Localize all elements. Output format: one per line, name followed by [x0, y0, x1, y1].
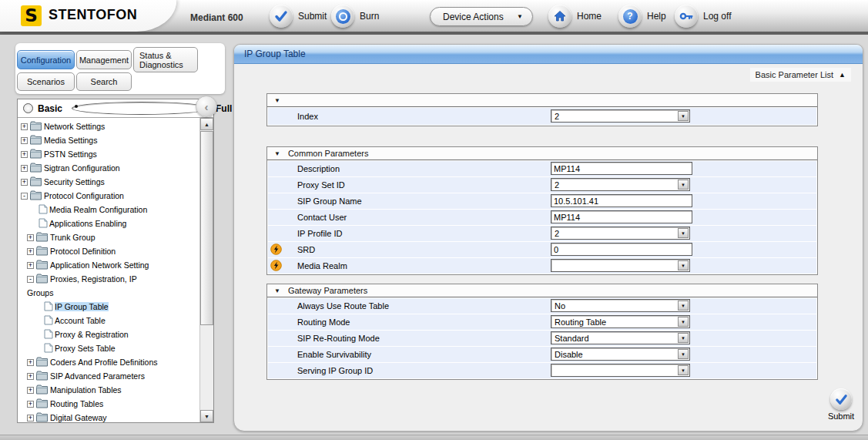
- home-button[interactable]: Home: [548, 5, 602, 28]
- document-icon: [44, 343, 53, 353]
- logo-plate: S STENTOFON: [0, 0, 176, 32]
- submit-button[interactable]: Submit: [270, 5, 327, 28]
- tree-item[interactable]: +Coders And Profile Definitions: [18, 355, 200, 369]
- expand-plus-icon[interactable]: +: [27, 248, 34, 255]
- chevron-down-icon: ▼: [517, 13, 523, 20]
- tab-status-diagnostics[interactable]: Status & Diagnostics: [133, 47, 198, 72]
- tree-item-label: Digital Gateway: [50, 413, 107, 422]
- expand-plus-icon[interactable]: +: [27, 415, 34, 422]
- section-header[interactable]: ▼: [267, 94, 817, 107]
- expand-plus-icon[interactable]: +: [27, 387, 34, 394]
- tree-item[interactable]: +Sigtran Configuration: [18, 161, 200, 175]
- full-radio[interactable]: [72, 102, 211, 115]
- tree-item[interactable]: +Protocol Definition: [18, 244, 200, 258]
- tab-search[interactable]: Search: [76, 72, 132, 91]
- index-select[interactable]: 2▼: [551, 109, 690, 123]
- srd-input[interactable]: [551, 243, 692, 256]
- device-actions-dropdown[interactable]: Device Actions ▼: [430, 7, 533, 26]
- screen: S STENTOFON Mediant 600 Submit Burn Devi…: [0, 0, 868, 440]
- expand-plus-icon[interactable]: +: [21, 179, 28, 186]
- form-submit-button[interactable]: Submit: [816, 388, 863, 421]
- logoff-button[interactable]: Log off: [675, 5, 731, 28]
- tree-item[interactable]: +Routing Tables: [18, 397, 200, 411]
- tab-configuration[interactable]: Configuration: [17, 50, 75, 69]
- select-value: 2: [555, 229, 559, 238]
- scroll-down-icon[interactable]: ▼: [200, 410, 213, 422]
- tree-item[interactable]: +PSTN Settings: [18, 147, 200, 161]
- expand-plus-icon[interactable]: +: [27, 373, 34, 380]
- tree-item[interactable]: Proxy & Registration: [18, 327, 200, 341]
- basic-radio[interactable]: [23, 103, 33, 113]
- tree-item[interactable]: Account Table: [18, 314, 200, 327]
- contact-user-input[interactable]: [551, 210, 692, 223]
- tree-item[interactable]: +Digital Gateway: [18, 411, 200, 422]
- tree-item[interactable]: +Media Settings: [18, 133, 200, 147]
- lightning-icon: [270, 260, 282, 271]
- collapse-pane-button[interactable]: ‹: [196, 96, 217, 117]
- help-button[interactable]: ? Help: [618, 5, 666, 28]
- collapse-minus-icon[interactable]: -: [21, 193, 28, 200]
- dropdown-arrow-icon[interactable]: ▼: [678, 301, 689, 311]
- ip-profile-id-select[interactable]: 2▼: [551, 227, 690, 240]
- tree-item-label: Applications Enabling: [49, 219, 126, 228]
- dropdown-arrow-icon[interactable]: ▼: [678, 349, 689, 359]
- expand-plus-icon[interactable]: +: [21, 123, 28, 130]
- proxy-set-id-select[interactable]: 2▼: [551, 178, 690, 191]
- dropdown-arrow-icon[interactable]: ▼: [678, 365, 689, 375]
- expand-plus-icon[interactable]: +: [21, 151, 28, 158]
- tree-item[interactable]: Media Realm Configuration: [18, 203, 200, 217]
- tree-item[interactable]: +Network Settings: [18, 119, 200, 133]
- tree-item[interactable]: +Security Settings: [18, 175, 200, 189]
- tree-item[interactable]: +Manipulation Tables: [18, 383, 200, 397]
- tree-item[interactable]: +Application Network Setting: [18, 258, 200, 272]
- form-sections: ▼Index2▼▼Common ParametersDescriptionPro…: [266, 93, 818, 400]
- folder-icon: [35, 412, 49, 422]
- always-use-route-table-select[interactable]: No▼: [551, 299, 690, 312]
- expand-plus-icon[interactable]: +: [21, 137, 28, 144]
- section-header[interactable]: ▼Gateway Parameters: [267, 284, 817, 297]
- dropdown-arrow-icon[interactable]: ▼: [678, 228, 689, 238]
- help-question-icon: ?: [618, 5, 642, 28]
- burn-disc-icon: [331, 5, 354, 28]
- dropdown-arrow-icon[interactable]: ▼: [678, 317, 689, 327]
- section-title: Gateway Parameters: [288, 286, 367, 295]
- form-row: SIP Group Name: [268, 193, 816, 209]
- scroll-up-icon[interactable]: ▲: [200, 118, 213, 130]
- expand-plus-icon[interactable]: +: [27, 401, 34, 408]
- expand-plus-icon[interactable]: +: [27, 359, 34, 366]
- serving-ip-group-id-select[interactable]: ▼: [551, 364, 690, 377]
- tree-item[interactable]: +Trunk Group: [18, 230, 200, 244]
- dropdown-arrow-icon[interactable]: ▼: [678, 333, 689, 343]
- burn-button[interactable]: Burn: [331, 5, 379, 28]
- tree-item[interactable]: Applications Enabling: [18, 217, 200, 230]
- description-input[interactable]: [551, 162, 692, 175]
- form-section: ▼Common ParametersDescriptionProxy Set I…: [266, 146, 818, 275]
- sip-re-routing-mode-select[interactable]: Standard▼: [551, 331, 690, 344]
- collapse-minus-icon[interactable]: -: [27, 276, 34, 283]
- tab-scenarios[interactable]: Scenarios: [17, 72, 75, 91]
- tree-item[interactable]: +SIP Advanced Parameters: [18, 369, 200, 383]
- folder-icon: [29, 176, 42, 186]
- media-realm-select[interactable]: ▼: [551, 259, 690, 272]
- dropdown-arrow-icon[interactable]: ▼: [678, 111, 689, 121]
- tab-management[interactable]: Management: [76, 50, 132, 69]
- tree-scrollbar[interactable]: ▲ ▼: [199, 118, 213, 422]
- dropdown-arrow-icon[interactable]: ▼: [678, 260, 689, 270]
- routing-mode-select[interactable]: Routing Table▼: [551, 315, 690, 328]
- folder-icon: [29, 163, 42, 173]
- section-header[interactable]: ▼Common Parameters: [267, 147, 817, 160]
- basic-parameter-list-toggle[interactable]: Basic Parameter List ▲: [750, 68, 851, 82]
- tree-item[interactable]: IP Group Table: [18, 300, 200, 314]
- expand-plus-icon[interactable]: +: [21, 165, 28, 172]
- sip-group-name-input[interactable]: [551, 194, 692, 207]
- tree-item[interactable]: -Proxies, Registration, IP Groups: [18, 272, 200, 300]
- nav-tree: +Network Settings+Media Settings+PSTN Se…: [18, 118, 200, 422]
- tree-item[interactable]: -Protocol Configuration: [18, 189, 200, 203]
- expand-plus-icon[interactable]: +: [27, 234, 34, 241]
- expand-plus-icon[interactable]: +: [27, 262, 34, 269]
- folder-icon: [35, 398, 49, 408]
- tree-item[interactable]: Proxy Sets Table: [18, 341, 200, 355]
- dropdown-arrow-icon[interactable]: ▼: [678, 180, 689, 190]
- enable-survivability-select[interactable]: Disable▼: [551, 348, 690, 361]
- scrollbar-thumb[interactable]: [200, 131, 213, 325]
